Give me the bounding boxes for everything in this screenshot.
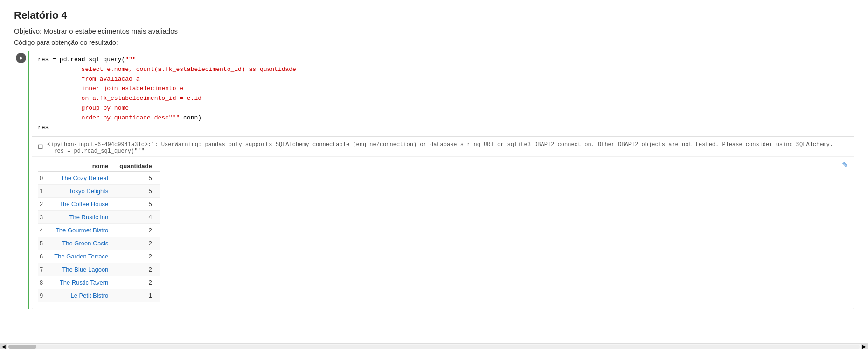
run-button[interactable] xyxy=(16,53,26,63)
scroll-left-button[interactable]: ◀ xyxy=(0,344,7,349)
horizontal-scrollbar: ◀ ▶ xyxy=(0,343,868,349)
table-cell-quantidade: 2 xyxy=(116,250,159,263)
table-body: 0The Cozy Retreat51Tokyo Delights52The C… xyxy=(38,172,160,302)
table-cell-quantidade: 5 xyxy=(116,172,159,185)
table-header-row: nome quantidade xyxy=(38,161,160,172)
scrollbar-track xyxy=(8,345,860,349)
table-cell-index: 9 xyxy=(38,289,50,302)
table-row: 3The Rustic Inn4 xyxy=(38,211,160,224)
scrollbar-thumb[interactable] xyxy=(8,345,36,349)
col-header-quantidade: quantidade xyxy=(116,161,159,172)
notebook-cell: res = pd.read_sql_query(""" select e.nom… xyxy=(14,51,854,309)
cell-container: res = pd.read_sql_query(""" select e.nom… xyxy=(14,51,854,309)
table-cell-quantidade: 2 xyxy=(116,263,159,276)
table-cell-nome: Tokyo Delights xyxy=(50,185,116,198)
output-warning: ◻ <ipython-input-6-494c9941a31c>:1: User… xyxy=(32,140,854,157)
table-row: 9Le Petit Bistro1 xyxy=(38,289,160,302)
table-row: 5The Green Oasis2 xyxy=(38,237,160,250)
table-cell-quantidade: 5 xyxy=(116,198,159,211)
table-row: 7The Blue Lagoon2 xyxy=(38,263,160,276)
table-cell-index: 4 xyxy=(38,224,50,237)
table-cell-index: 6 xyxy=(38,250,50,263)
table-cell-nome: The Blue Lagoon xyxy=(50,263,116,276)
table-row: 0The Cozy Retreat5 xyxy=(38,172,160,185)
code-res-ref: res xyxy=(38,124,49,131)
result-table: nome quantidade 0The Cozy Retreat51Tokyo… xyxy=(38,161,160,302)
table-cell-quantidade: 2 xyxy=(116,224,159,237)
output-block: ◻ <ipython-input-6-494c9941a31c>:1: User… xyxy=(32,137,854,309)
table-cell-nome: The Green Oasis xyxy=(50,237,116,250)
table-cell-index: 3 xyxy=(38,211,50,224)
col-header-nome: nome xyxy=(50,161,116,172)
table-cell-quantidade: 4 xyxy=(116,211,159,224)
col-header-index xyxy=(38,161,50,172)
code-block: res = pd.read_sql_query(""" select e.nom… xyxy=(32,51,854,137)
warning-text: <ipython-input-6-494c9941a31c>:1: UserWa… xyxy=(47,141,833,154)
table-cell-nome: The Rustic Tavern xyxy=(50,276,116,289)
table-row: 2The Coffee House5 xyxy=(38,198,160,211)
table-cell-quantidade: 1 xyxy=(116,289,159,302)
page: Relatório 4 Objetivo: Mostrar o estabele… xyxy=(0,0,868,349)
table-cell-quantidade: 2 xyxy=(116,276,159,289)
table-cell-nome: The Rustic Inn xyxy=(50,211,116,224)
table-cell-index: 7 xyxy=(38,263,50,276)
code-label: Código para obtenção do resultado: xyxy=(14,39,854,46)
code-var-res: res xyxy=(38,56,49,63)
table-row: 4The Gourmet Bistro2 xyxy=(38,224,160,237)
report-objective: Objetivo: Mostrar o estabelecimentos mai… xyxy=(14,27,854,35)
table-cell-index: 8 xyxy=(38,276,50,289)
table-cell-nome: The Garden Terrace xyxy=(50,250,116,263)
warning-icon: ◻ xyxy=(38,142,43,150)
scroll-right-button[interactable]: ▶ xyxy=(861,344,868,349)
table-cell-index: 0 xyxy=(38,172,50,185)
table-cell-index: 2 xyxy=(38,198,50,211)
table-cell-quantidade: 5 xyxy=(116,185,159,198)
cell-gutter xyxy=(14,51,28,63)
output-table-container: ✎ nome quantidade 0The Cozy Retreat51To xyxy=(32,157,854,306)
table-row: 1Tokyo Delights5 xyxy=(38,185,160,198)
table-cell-index: 5 xyxy=(38,237,50,250)
report-title: Relatório 4 xyxy=(14,9,854,21)
cell-body: res = pd.read_sql_query(""" select e.nom… xyxy=(32,51,854,309)
edit-icon-button[interactable]: ✎ xyxy=(842,161,848,169)
table-cell-quantidade: 2 xyxy=(116,237,159,250)
table-row: 8The Rustic Tavern2 xyxy=(38,276,160,289)
table-cell-index: 1 xyxy=(38,185,50,198)
cell-active-indicator xyxy=(28,51,29,309)
table-cell-nome: The Cozy Retreat xyxy=(50,172,116,185)
table-row: 6The Garden Terrace2 xyxy=(38,250,160,263)
table-cell-nome: The Gourmet Bistro xyxy=(50,224,116,237)
table-cell-nome: The Coffee House xyxy=(50,198,116,211)
table-cell-nome: Le Petit Bistro xyxy=(50,289,116,302)
